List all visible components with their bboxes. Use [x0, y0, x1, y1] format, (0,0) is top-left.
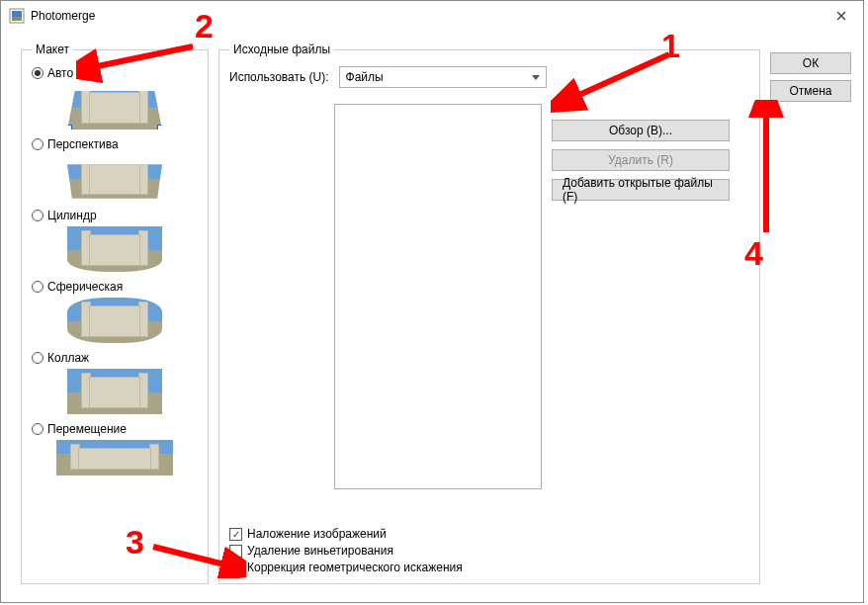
- checkbox-icon: ✓: [229, 528, 242, 541]
- radio-icon: [32, 281, 43, 293]
- svg-rect-1: [12, 11, 22, 17]
- add-open-files-button[interactable]: Добавить открытые файлы (F): [552, 179, 730, 201]
- options-checks: ✓ Наложение изображений Удаление виньети…: [229, 524, 463, 577]
- source-files-group: Исходные файлы Использовать (U): Файлы О…: [218, 43, 760, 584]
- check-label: Наложение изображений: [247, 527, 387, 541]
- cancel-button[interactable]: Отмена: [770, 80, 851, 102]
- checkbox-icon: [229, 562, 242, 574]
- use-dropdown[interactable]: Файлы: [339, 66, 547, 88]
- chevron-down-icon: [532, 75, 540, 80]
- radio-icon: [32, 423, 43, 435]
- browse-button[interactable]: Обзор (B)...: [552, 120, 730, 141]
- cancel-label: Отмена: [789, 84, 831, 98]
- radio-icon: [32, 138, 43, 150]
- titlebar: Photomerge: [1, 1, 863, 31]
- app-icon: [9, 8, 25, 24]
- radio-reposition[interactable]: Перемещение: [32, 422, 198, 436]
- close-icon: [836, 8, 846, 24]
- close-button[interactable]: [819, 1, 863, 31]
- thumb-cylindrical: [67, 226, 162, 272]
- ok-label: ОК: [803, 56, 819, 70]
- use-value: Файлы: [346, 70, 384, 84]
- remove-button[interactable]: Удалить (R): [552, 149, 730, 171]
- layout-legend: Макет: [32, 43, 73, 56]
- radio-collage[interactable]: Коллаж: [32, 351, 198, 365]
- source-legend: Исходные файлы: [229, 43, 334, 56]
- check-label: Удаление виньетирования: [247, 544, 393, 558]
- check-geometric[interactable]: Коррекция геометрического искажения: [229, 561, 463, 574]
- radio-label: Авто: [47, 66, 73, 80]
- radio-label: Коллаж: [47, 351, 89, 365]
- svg-rect-2: [12, 17, 22, 21]
- window-title: Photomerge: [31, 9, 95, 23]
- radio-label: Цилиндр: [47, 209, 97, 222]
- check-vignette[interactable]: Удаление виньетирования: [229, 544, 463, 558]
- check-label: Коррекция геометрического искажения: [247, 561, 463, 574]
- dialog-content: Макет Авто Перспектива Цилиндр: [9, 31, 855, 594]
- ok-button[interactable]: ОК: [770, 52, 851, 74]
- radio-spherical[interactable]: Сферическая: [32, 280, 198, 294]
- radio-icon: [32, 352, 43, 364]
- dialog-buttons: ОК Отмена: [770, 52, 851, 102]
- thumb-reposition: [56, 440, 173, 475]
- radio-label: Перемещение: [47, 422, 127, 436]
- radio-label: Перспектива: [47, 137, 119, 151]
- radio-icon: [32, 67, 43, 79]
- thumb-collage: [67, 369, 162, 414]
- use-label: Использовать (U):: [229, 70, 329, 84]
- remove-label: Удалить (R): [608, 153, 673, 167]
- thumb-perspective: [67, 155, 162, 201]
- thumb-spherical: [67, 298, 162, 343]
- photomerge-dialog: Photomerge Макет Авто Перспектива: [0, 0, 864, 603]
- radio-label: Сферическая: [47, 280, 123, 294]
- radio-icon: [32, 210, 43, 221]
- browse-label: Обзор (B)...: [609, 124, 672, 137]
- radio-cylindrical[interactable]: Цилиндр: [32, 209, 198, 222]
- thumb-auto: [67, 84, 162, 130]
- add-open-label: Добавить открытые файлы (F): [563, 176, 719, 204]
- radio-auto[interactable]: Авто: [32, 66, 198, 80]
- checkbox-icon: [229, 545, 242, 558]
- check-blend[interactable]: ✓ Наложение изображений: [229, 527, 463, 541]
- radio-perspective[interactable]: Перспектива: [32, 137, 198, 151]
- file-list[interactable]: [334, 104, 542, 489]
- layout-group: Макет Авто Перспектива Цилиндр: [21, 43, 209, 584]
